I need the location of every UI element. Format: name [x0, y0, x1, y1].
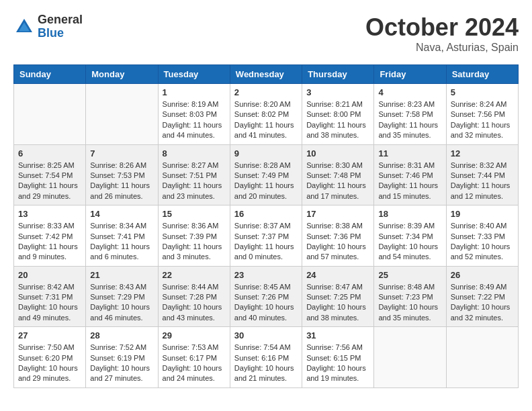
day-detail: Sunrise: 8:40 AMSunset: 7:33 PMDaylight:… — [451, 221, 514, 263]
day-detail: Sunrise: 8:23 AMSunset: 7:58 PMDaylight:… — [378, 99, 441, 141]
logo-general: General — [38, 13, 83, 27]
day-header-saturday: Saturday — [446, 65, 518, 84]
calendar-cell: 9Sunrise: 8:28 AMSunset: 7:49 PMDaylight… — [230, 144, 302, 205]
page-header: General Blue October 2024 Nava, Asturias… — [13, 13, 519, 54]
calendar-cell: 24Sunrise: 8:47 AMSunset: 7:25 PMDayligh… — [302, 266, 374, 327]
day-detail: Sunrise: 8:27 AMSunset: 7:51 PMDaylight:… — [163, 161, 226, 202]
day-detail: Sunrise: 7:53 AMSunset: 6:17 PMDaylight:… — [163, 342, 226, 384]
day-detail: Sunrise: 8:34 AMSunset: 7:41 PMDaylight:… — [90, 221, 153, 263]
day-number: 3 — [306, 87, 369, 97]
day-number: 28 — [90, 330, 153, 340]
day-number: 9 — [234, 148, 298, 158]
day-header-monday: Monday — [86, 65, 158, 84]
day-detail: Sunrise: 8:49 AMSunset: 7:22 PMDaylight:… — [451, 282, 514, 324]
day-detail: Sunrise: 8:31 AMSunset: 7:46 PMDaylight:… — [378, 161, 441, 202]
calendar-header-row: SundayMondayTuesdayWednesdayThursdayFrid… — [14, 65, 519, 84]
calendar-cell: 21Sunrise: 8:43 AMSunset: 7:29 PMDayligh… — [86, 266, 158, 327]
day-detail: Sunrise: 8:42 AMSunset: 7:31 PMDaylight:… — [18, 282, 81, 324]
calendar-week-row: 1Sunrise: 8:19 AMSunset: 8:03 PMDaylight… — [14, 84, 519, 145]
day-detail: Sunrise: 8:24 AMSunset: 7:56 PMDaylight:… — [451, 99, 514, 141]
day-number: 23 — [234, 270, 298, 280]
logo-blue: Blue — [38, 27, 83, 40]
day-detail: Sunrise: 8:25 AMSunset: 7:54 PMDaylight:… — [18, 161, 81, 202]
day-number: 11 — [378, 148, 441, 158]
calendar-cell: 6Sunrise: 8:25 AMSunset: 7:54 PMDaylight… — [14, 144, 86, 205]
calendar-cell: 5Sunrise: 8:24 AMSunset: 7:56 PMDaylight… — [446, 84, 518, 145]
day-number: 24 — [306, 270, 369, 280]
day-number: 19 — [451, 209, 514, 219]
day-detail: Sunrise: 8:47 AMSunset: 7:25 PMDaylight:… — [306, 282, 369, 324]
calendar-cell — [374, 327, 446, 388]
day-number: 7 — [90, 148, 153, 158]
day-detail: Sunrise: 8:43 AMSunset: 7:29 PMDaylight:… — [90, 282, 153, 324]
day-detail: Sunrise: 8:19 AMSunset: 8:03 PMDaylight:… — [163, 99, 226, 141]
day-detail: Sunrise: 7:52 AMSunset: 6:19 PMDaylight:… — [90, 342, 153, 384]
calendar-cell: 2Sunrise: 8:20 AMSunset: 8:02 PMDaylight… — [230, 84, 302, 145]
day-number: 17 — [306, 209, 369, 219]
calendar-cell: 3Sunrise: 8:21 AMSunset: 8:00 PMDaylight… — [302, 84, 374, 145]
day-detail: Sunrise: 8:28 AMSunset: 7:49 PMDaylight:… — [234, 161, 298, 202]
day-number: 6 — [18, 148, 81, 158]
day-number: 4 — [378, 87, 441, 97]
day-number: 8 — [163, 148, 226, 158]
calendar-cell: 12Sunrise: 8:32 AMSunset: 7:44 PMDayligh… — [446, 144, 518, 205]
day-header-thursday: Thursday — [302, 65, 374, 84]
calendar-cell: 20Sunrise: 8:42 AMSunset: 7:31 PMDayligh… — [14, 266, 86, 327]
calendar-cell: 18Sunrise: 8:39 AMSunset: 7:34 PMDayligh… — [374, 205, 446, 267]
day-detail: Sunrise: 8:33 AMSunset: 7:42 PMDaylight:… — [18, 221, 81, 263]
month-title: October 2024 — [365, 13, 519, 42]
day-header-wednesday: Wednesday — [230, 65, 302, 84]
calendar-table: SundayMondayTuesdayWednesdayThursdayFrid… — [13, 64, 519, 388]
day-number: 10 — [306, 148, 369, 158]
day-number: 31 — [306, 330, 369, 340]
day-header-tuesday: Tuesday — [158, 65, 230, 84]
calendar-week-row: 6Sunrise: 8:25 AMSunset: 7:54 PMDaylight… — [14, 144, 519, 205]
day-number: 12 — [451, 148, 514, 158]
day-detail: Sunrise: 7:56 AMSunset: 6:15 PMDaylight:… — [306, 342, 369, 384]
day-detail: Sunrise: 8:21 AMSunset: 8:00 PMDaylight:… — [306, 99, 369, 141]
calendar-cell: 7Sunrise: 8:26 AMSunset: 7:53 PMDaylight… — [86, 144, 158, 205]
day-number: 21 — [90, 270, 153, 280]
day-detail: Sunrise: 8:20 AMSunset: 8:02 PMDaylight:… — [234, 99, 298, 141]
calendar-cell — [446, 327, 518, 388]
calendar-cell: 28Sunrise: 7:52 AMSunset: 6:19 PMDayligh… — [86, 327, 158, 388]
calendar-cell: 19Sunrise: 8:40 AMSunset: 7:33 PMDayligh… — [446, 205, 518, 267]
day-number: 22 — [163, 270, 226, 280]
calendar-cell — [14, 84, 86, 145]
calendar-cell: 16Sunrise: 8:37 AMSunset: 7:37 PMDayligh… — [230, 205, 302, 267]
logo: General Blue — [13, 13, 83, 40]
day-number: 30 — [234, 330, 298, 340]
calendar-cell: 15Sunrise: 8:36 AMSunset: 7:39 PMDayligh… — [158, 205, 230, 267]
logo-icon — [13, 16, 35, 38]
day-number: 20 — [18, 270, 81, 280]
day-detail: Sunrise: 8:39 AMSunset: 7:34 PMDaylight:… — [378, 221, 441, 263]
day-number: 16 — [234, 209, 298, 219]
location-title: Nava, Asturias, Spain — [365, 42, 519, 54]
day-header-sunday: Sunday — [14, 65, 86, 84]
day-detail: Sunrise: 7:54 AMSunset: 6:16 PMDaylight:… — [234, 342, 298, 384]
day-number: 26 — [451, 270, 514, 280]
day-detail: Sunrise: 8:30 AMSunset: 7:48 PMDaylight:… — [306, 161, 369, 202]
day-number: 13 — [18, 209, 81, 219]
day-detail: Sunrise: 8:48 AMSunset: 7:23 PMDaylight:… — [378, 282, 441, 324]
calendar-cell: 11Sunrise: 8:31 AMSunset: 7:46 PMDayligh… — [374, 144, 446, 205]
calendar-cell: 31Sunrise: 7:56 AMSunset: 6:15 PMDayligh… — [302, 327, 374, 388]
calendar-week-row: 13Sunrise: 8:33 AMSunset: 7:42 PMDayligh… — [14, 205, 519, 267]
calendar-cell: 29Sunrise: 7:53 AMSunset: 6:17 PMDayligh… — [158, 327, 230, 388]
calendar-cell: 1Sunrise: 8:19 AMSunset: 8:03 PMDaylight… — [158, 84, 230, 145]
calendar-cell: 26Sunrise: 8:49 AMSunset: 7:22 PMDayligh… — [446, 266, 518, 327]
day-number: 5 — [451, 87, 514, 97]
calendar-cell: 4Sunrise: 8:23 AMSunset: 7:58 PMDaylight… — [374, 84, 446, 145]
calendar-cell: 17Sunrise: 8:38 AMSunset: 7:36 PMDayligh… — [302, 205, 374, 267]
calendar-cell: 30Sunrise: 7:54 AMSunset: 6:16 PMDayligh… — [230, 327, 302, 388]
day-number: 1 — [163, 87, 226, 97]
calendar-cell — [86, 84, 158, 145]
day-detail: Sunrise: 8:32 AMSunset: 7:44 PMDaylight:… — [451, 161, 514, 202]
day-detail: Sunrise: 8:45 AMSunset: 7:26 PMDaylight:… — [234, 282, 298, 324]
calendar-cell: 22Sunrise: 8:44 AMSunset: 7:28 PMDayligh… — [158, 266, 230, 327]
day-detail: Sunrise: 8:38 AMSunset: 7:36 PMDaylight:… — [306, 221, 369, 263]
day-number: 2 — [234, 87, 298, 97]
calendar-cell: 27Sunrise: 7:50 AMSunset: 6:20 PMDayligh… — [14, 327, 86, 388]
day-number: 29 — [163, 330, 226, 340]
calendar-cell: 8Sunrise: 8:27 AMSunset: 7:51 PMDaylight… — [158, 144, 230, 205]
